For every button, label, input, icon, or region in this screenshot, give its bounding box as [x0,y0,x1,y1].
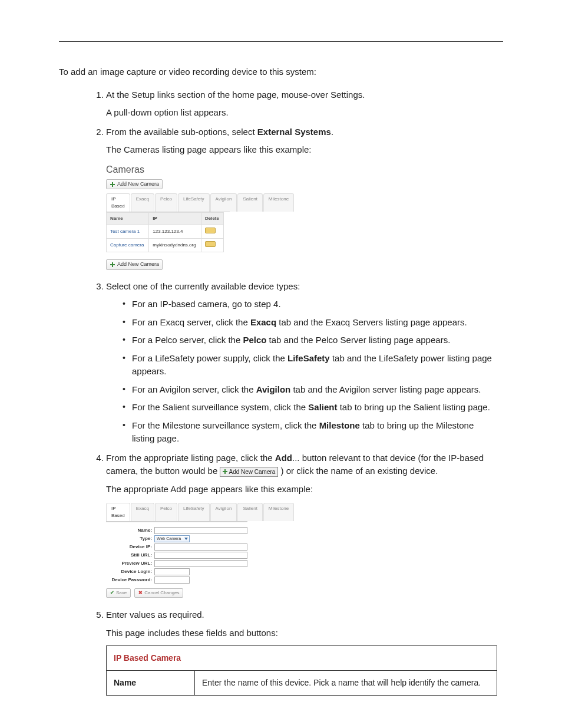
plus-icon [110,262,115,268]
tab-salient[interactable]: Salient [237,503,262,521]
save-button[interactable]: ✔ Save [106,588,131,598]
cell-name[interactable]: Capture camera [107,239,149,252]
step-5-text: Enter values as required. [106,610,204,620]
plus-icon [110,182,115,187]
step-5: Enter values as required. This page incl… [106,608,503,696]
sub-a: For an IP-based camera, go to step 4. [123,298,497,311]
label-device-ip: Device IP: [106,543,152,551]
t: For the Salient surveillance system, cli… [132,402,308,412]
sub-e: For an Avigilon server, click the Avigil… [123,383,497,397]
label-name: Name: [106,527,152,534]
input-still-url[interactable] [154,552,247,559]
cell-delete[interactable] [201,239,223,252]
t: Avigilon [256,384,291,394]
t: tab and the Pelco Server listing page ap… [266,335,450,345]
cell-delete[interactable] [201,225,223,239]
add-form: Name: Type: Web Camera Device IP: Still … [106,522,247,584]
tab-exacq[interactable]: Exacq [131,193,154,212]
step-2-text-a: From the available sub-options, select [106,127,257,137]
label-still-url: Still URL: [106,552,152,559]
tab-avigilon[interactable]: Avigilon [210,503,237,521]
step-1-result: A pull-down option list appears. [106,106,497,120]
horizontal-rule [59,41,503,42]
table-row: Capture camera mykinsodydndns.org [107,239,224,252]
x-icon: ✖ [138,589,143,597]
trash-icon [205,228,216,233]
camera-tabs: IP Based Exacq Pelco LifeSafety Avigilon… [106,193,230,212]
step-1-text: At the Setup links section of the home p… [106,90,365,100]
label-device-password: Device Password: [106,577,152,584]
input-name[interactable] [154,527,247,534]
cameras-title: Cameras [106,163,230,177]
check-icon: ✔ [110,589,114,597]
cell-ip: mykinsodydndns.org [149,239,201,252]
input-device-ip[interactable] [154,543,247,551]
t: LifeSafety [287,353,330,363]
col-ip: IP [149,213,201,225]
tab-ip-based[interactable]: IP Based [106,503,130,521]
desc-text: Enter the name of this device. Pick a na… [195,671,497,696]
row-still-url: Still URL: [106,552,247,559]
t: For a Pelco server, click the [132,335,243,345]
t: Exacq [250,317,276,327]
add-new-camera-button-bottom[interactable]: Add New Camera [106,259,163,270]
t: For a LifeSafety power supply, click the [132,353,287,363]
field-description-table: IP Based Camera Name Enter the name of t… [106,645,497,696]
tab-milestone[interactable]: Milestone [263,503,294,521]
save-label: Save [116,589,127,597]
t: For the Milestone surveillance system, c… [132,420,319,430]
tab-lifesafety[interactable]: LifeSafety [178,193,210,212]
desc-header: IP Based Camera [107,646,497,671]
select-type[interactable]: Web Camera [154,535,190,542]
row-device-login: Device Login: [106,568,247,575]
input-device-password[interactable] [154,577,190,584]
label-preview-url: Preview URL: [106,560,152,567]
row-device-ip: Device IP: [106,543,247,551]
row-preview-url: Preview URL: [106,560,247,567]
tab-lifesafety[interactable]: LifeSafety [178,503,210,521]
cell-name[interactable]: Test camera 1 [107,225,149,239]
tab-avigilon[interactable]: Avigilon [210,193,237,212]
tab-pelco[interactable]: Pelco [155,193,177,212]
trash-icon [205,241,216,247]
steps-list: At the Setup links section of the home p… [59,88,503,696]
input-preview-url[interactable] [154,560,247,567]
t: tab and the Avigilon server listing page… [290,384,481,394]
intro-text: To add an image capture or video recordi… [59,65,503,79]
tab-salient[interactable]: Salient [237,193,262,212]
plus-icon [223,469,227,474]
add-page-figure: IP Based Exacq Pelco LifeSafety Avigilon… [106,503,247,598]
step-3: Select one of the currently available de… [106,280,503,446]
t: Pelco [243,335,266,345]
inline-btn-label: Add New Camera [229,467,275,476]
camera-table: Name IP Delete Test camera 1 123.123.123… [106,212,224,252]
tab-milestone[interactable]: Milestone [263,193,294,212]
label-type: Type: [106,535,152,542]
step-5-desc: This page includes these fields and butt… [106,627,497,640]
add-new-camera-button[interactable]: Add New Camera [106,179,163,190]
step-3-text: Select one of the currently available de… [106,281,300,291]
row-device-password: Device Password: [106,577,247,584]
col-delete: Delete [201,213,223,225]
tab-pelco[interactable]: Pelco [155,503,177,521]
t: Salient [308,402,337,412]
input-device-login[interactable] [154,568,190,575]
form-actions: ✔ Save ✖ Cancel Changes [106,588,247,598]
add-btn-label-bottom: Add New Camera [117,261,159,269]
cancel-button[interactable]: ✖ Cancel Changes [134,588,183,598]
select-val: Web Camera [157,536,181,542]
tab-exacq[interactable]: Exacq [131,503,154,521]
step-2-bold: External Systems [257,127,331,137]
step-4-bold: Add [275,453,292,463]
tab-ip-based[interactable]: IP Based [106,193,130,212]
sub-b: For an Exacq server, click the Exacq tab… [123,316,497,330]
t: tab to bring up the Salient listing page… [337,402,490,412]
step-2: From the available sub-options, select E… [106,126,503,272]
desc-row: Name Enter the name of this device. Pick… [107,671,497,696]
cell-ip: 123.123.123.4 [149,225,201,239]
inline-add-new-camera-button[interactable]: Add New Camera [220,467,278,477]
sub-g: For the Milestone surveillance system, c… [123,419,497,446]
add-tabs: IP Based Exacq Pelco LifeSafety Avigilon… [106,503,247,522]
step-4-result: The appropriate Add page appears like th… [106,483,497,496]
step-2-result: The Cameras listing page appears like th… [106,143,497,157]
